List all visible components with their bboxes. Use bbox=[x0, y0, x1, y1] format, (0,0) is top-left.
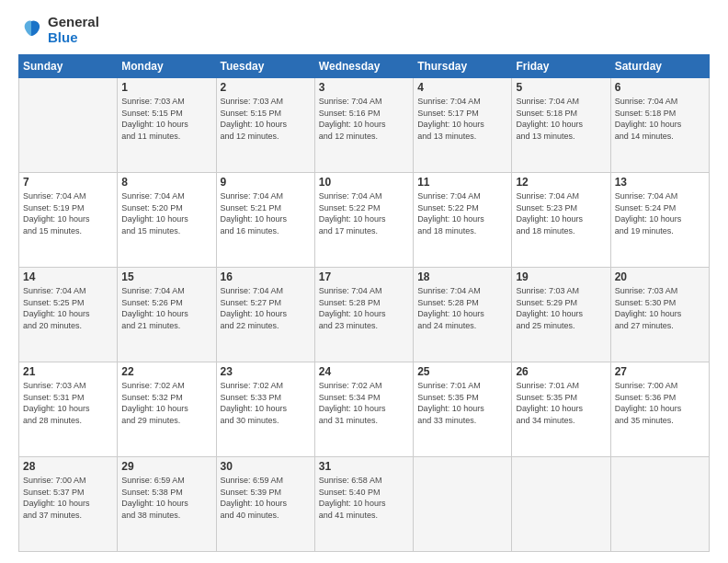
day-info: Sunrise: 7:01 AM Sunset: 5:35 PM Dayligh… bbox=[516, 380, 606, 426]
weekday-header-saturday: Saturday bbox=[610, 55, 709, 78]
day-number: 26 bbox=[516, 365, 606, 378]
calendar-week-row: 1Sunrise: 7:03 AM Sunset: 5:15 PM Daylig… bbox=[19, 78, 710, 173]
weekday-header-thursday: Thursday bbox=[414, 55, 512, 78]
day-number: 16 bbox=[221, 270, 311, 283]
logo-bird-icon bbox=[18, 17, 44, 43]
logo-general: General bbox=[48, 15, 99, 30]
calendar-cell: 29Sunrise: 6:59 AM Sunset: 5:38 PM Dayli… bbox=[118, 457, 216, 552]
day-info: Sunrise: 7:03 AM Sunset: 5:15 PM Dayligh… bbox=[221, 96, 311, 142]
day-info: Sunrise: 7:03 AM Sunset: 5:29 PM Dayligh… bbox=[516, 285, 606, 331]
calendar-cell: 1Sunrise: 7:03 AM Sunset: 5:15 PM Daylig… bbox=[118, 78, 216, 173]
day-info: Sunrise: 7:04 AM Sunset: 5:23 PM Dayligh… bbox=[516, 190, 606, 236]
calendar-cell: 2Sunrise: 7:03 AM Sunset: 5:15 PM Daylig… bbox=[216, 78, 314, 173]
day-info: Sunrise: 7:04 AM Sunset: 5:22 PM Dayligh… bbox=[417, 190, 507, 236]
calendar-cell: 4Sunrise: 7:04 AM Sunset: 5:17 PM Daylig… bbox=[414, 78, 512, 173]
day-number: 17 bbox=[319, 270, 409, 283]
calendar-cell: 30Sunrise: 6:59 AM Sunset: 5:39 PM Dayli… bbox=[216, 457, 314, 552]
calendar-cell: 23Sunrise: 7:02 AM Sunset: 5:33 PM Dayli… bbox=[216, 362, 314, 457]
header: General Blue bbox=[18, 15, 710, 45]
day-number: 8 bbox=[121, 176, 211, 189]
day-info: Sunrise: 7:04 AM Sunset: 5:28 PM Dayligh… bbox=[319, 285, 409, 331]
day-info: Sunrise: 6:59 AM Sunset: 5:39 PM Dayligh… bbox=[221, 475, 311, 521]
calendar-cell bbox=[610, 457, 709, 552]
day-number: 22 bbox=[121, 365, 211, 378]
day-number: 23 bbox=[221, 365, 311, 378]
calendar-cell: 13Sunrise: 7:04 AM Sunset: 5:24 PM Dayli… bbox=[610, 173, 709, 268]
calendar-cell: 10Sunrise: 7:04 AM Sunset: 5:22 PM Dayli… bbox=[314, 173, 413, 268]
calendar-cell: 17Sunrise: 7:04 AM Sunset: 5:28 PM Dayli… bbox=[314, 268, 413, 362]
day-number: 2 bbox=[221, 81, 311, 94]
calendar-week-row: 21Sunrise: 7:03 AM Sunset: 5:31 PM Dayli… bbox=[19, 362, 710, 457]
logo: General Blue bbox=[18, 15, 99, 45]
calendar-cell: 19Sunrise: 7:03 AM Sunset: 5:29 PM Dayli… bbox=[512, 268, 610, 362]
day-info: Sunrise: 7:02 AM Sunset: 5:32 PM Dayligh… bbox=[121, 380, 211, 426]
day-number: 31 bbox=[319, 460, 409, 473]
day-info: Sunrise: 7:02 AM Sunset: 5:34 PM Dayligh… bbox=[319, 380, 409, 426]
day-info: Sunrise: 7:00 AM Sunset: 5:37 PM Dayligh… bbox=[23, 475, 113, 521]
day-number: 12 bbox=[516, 176, 606, 189]
day-info: Sunrise: 7:04 AM Sunset: 5:24 PM Dayligh… bbox=[615, 190, 705, 236]
calendar-cell: 31Sunrise: 6:58 AM Sunset: 5:40 PM Dayli… bbox=[314, 457, 413, 552]
logo-blue: Blue bbox=[48, 30, 99, 46]
calendar-week-row: 28Sunrise: 7:00 AM Sunset: 5:37 PM Dayli… bbox=[19, 457, 710, 552]
day-info: Sunrise: 7:04 AM Sunset: 5:18 PM Dayligh… bbox=[615, 96, 705, 142]
day-number: 29 bbox=[121, 460, 211, 473]
calendar-cell: 8Sunrise: 7:04 AM Sunset: 5:20 PM Daylig… bbox=[118, 173, 216, 268]
day-number: 20 bbox=[615, 270, 705, 283]
day-number: 13 bbox=[615, 176, 705, 189]
weekday-header-friday: Friday bbox=[512, 55, 610, 78]
weekday-header-monday: Monday bbox=[118, 55, 216, 78]
calendar-table: SundayMondayTuesdayWednesdayThursdayFrid… bbox=[18, 54, 710, 552]
day-info: Sunrise: 7:04 AM Sunset: 5:25 PM Dayligh… bbox=[23, 285, 113, 331]
day-number: 11 bbox=[417, 176, 507, 189]
calendar-cell bbox=[512, 457, 610, 552]
logo-text-block: General Blue bbox=[18, 15, 99, 45]
day-number: 3 bbox=[319, 81, 409, 94]
day-number: 24 bbox=[319, 365, 409, 378]
day-number: 9 bbox=[221, 176, 311, 189]
day-number: 19 bbox=[516, 270, 606, 283]
day-number: 6 bbox=[615, 81, 705, 94]
day-info: Sunrise: 7:03 AM Sunset: 5:15 PM Dayligh… bbox=[121, 96, 211, 142]
weekday-header-row: SundayMondayTuesdayWednesdayThursdayFrid… bbox=[19, 55, 710, 78]
day-info: Sunrise: 7:04 AM Sunset: 5:22 PM Dayligh… bbox=[319, 190, 409, 236]
calendar-cell: 12Sunrise: 7:04 AM Sunset: 5:23 PM Dayli… bbox=[512, 173, 610, 268]
calendar-cell: 14Sunrise: 7:04 AM Sunset: 5:25 PM Dayli… bbox=[19, 268, 118, 362]
weekday-header-tuesday: Tuesday bbox=[216, 55, 314, 78]
weekday-header-sunday: Sunday bbox=[19, 55, 118, 78]
calendar-cell bbox=[414, 457, 512, 552]
calendar-cell: 9Sunrise: 7:04 AM Sunset: 5:21 PM Daylig… bbox=[216, 173, 314, 268]
calendar-cell: 21Sunrise: 7:03 AM Sunset: 5:31 PM Dayli… bbox=[19, 362, 118, 457]
calendar-cell bbox=[19, 78, 118, 173]
calendar-week-row: 7Sunrise: 7:04 AM Sunset: 5:19 PM Daylig… bbox=[19, 173, 710, 268]
weekday-header-wednesday: Wednesday bbox=[314, 55, 413, 78]
day-info: Sunrise: 7:04 AM Sunset: 5:28 PM Dayligh… bbox=[417, 285, 507, 331]
day-info: Sunrise: 7:04 AM Sunset: 5:27 PM Dayligh… bbox=[221, 285, 311, 331]
day-info: Sunrise: 7:04 AM Sunset: 5:19 PM Dayligh… bbox=[23, 190, 113, 236]
day-info: Sunrise: 7:03 AM Sunset: 5:31 PM Dayligh… bbox=[23, 380, 113, 426]
calendar-cell: 28Sunrise: 7:00 AM Sunset: 5:37 PM Dayli… bbox=[19, 457, 118, 552]
day-info: Sunrise: 7:04 AM Sunset: 5:17 PM Dayligh… bbox=[417, 96, 507, 142]
day-number: 1 bbox=[121, 81, 211, 94]
day-info: Sunrise: 7:02 AM Sunset: 5:33 PM Dayligh… bbox=[221, 380, 311, 426]
calendar-cell: 16Sunrise: 7:04 AM Sunset: 5:27 PM Dayli… bbox=[216, 268, 314, 362]
calendar-cell: 22Sunrise: 7:02 AM Sunset: 5:32 PM Dayli… bbox=[118, 362, 216, 457]
day-info: Sunrise: 7:04 AM Sunset: 5:16 PM Dayligh… bbox=[319, 96, 409, 142]
day-number: 28 bbox=[23, 460, 113, 473]
day-number: 21 bbox=[23, 365, 113, 378]
day-number: 27 bbox=[615, 365, 705, 378]
calendar-cell: 20Sunrise: 7:03 AM Sunset: 5:30 PM Dayli… bbox=[610, 268, 709, 362]
calendar-cell: 5Sunrise: 7:04 AM Sunset: 5:18 PM Daylig… bbox=[512, 78, 610, 173]
calendar-cell: 11Sunrise: 7:04 AM Sunset: 5:22 PM Dayli… bbox=[414, 173, 512, 268]
day-number: 15 bbox=[121, 270, 211, 283]
calendar-week-row: 14Sunrise: 7:04 AM Sunset: 5:25 PM Dayli… bbox=[19, 268, 710, 362]
day-number: 7 bbox=[23, 176, 113, 189]
calendar-cell: 24Sunrise: 7:02 AM Sunset: 5:34 PM Dayli… bbox=[314, 362, 413, 457]
page: General Blue SundayMondayTuesdayWednesda… bbox=[0, 0, 728, 563]
day-number: 4 bbox=[417, 81, 507, 94]
calendar-cell: 26Sunrise: 7:01 AM Sunset: 5:35 PM Dayli… bbox=[512, 362, 610, 457]
day-number: 10 bbox=[319, 176, 409, 189]
calendar-cell: 25Sunrise: 7:01 AM Sunset: 5:35 PM Dayli… bbox=[414, 362, 512, 457]
calendar-cell: 6Sunrise: 7:04 AM Sunset: 5:18 PM Daylig… bbox=[610, 78, 709, 173]
day-info: Sunrise: 7:00 AM Sunset: 5:36 PM Dayligh… bbox=[615, 380, 705, 426]
